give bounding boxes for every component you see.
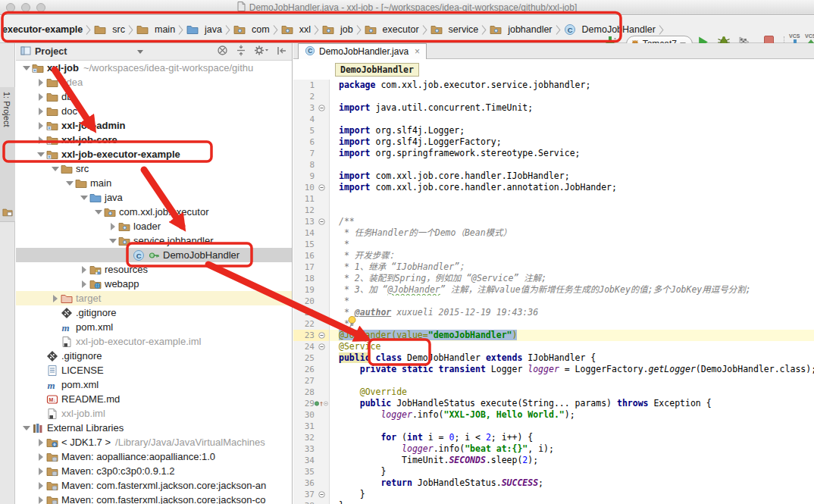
gutter-line-26[interactable]: 26	[293, 364, 330, 375]
gutter-line-30[interactable]: 30	[293, 409, 330, 421]
gutter-line-28[interactable]: 28	[293, 387, 330, 398]
breadcrumb-item-jobhandler[interactable]: jobhandler	[489, 23, 553, 36]
gutter-line-4[interactable]: 4	[293, 114, 330, 125]
code-line-29[interactable]: 29 public JobHandleStatus execute(String…	[293, 398, 814, 409]
code-line-2[interactable]: 2	[293, 91, 814, 102]
code-line-22[interactable]: 22 */	[293, 318, 814, 330]
gutter-line-16[interactable]: 16	[293, 250, 330, 261]
code-line-18[interactable]: 18 * 2、装配到Spring，例如加 “@Service” 注解;	[293, 273, 814, 284]
editor-tab-demojobhandler[interactable]: C DemoJobHandler.java ×	[298, 43, 427, 59]
code-line-16[interactable]: 16 * 开发步骤：	[293, 250, 814, 261]
tree-item-service-jobhandler[interactable]: service.jobhandler	[16, 233, 292, 248]
gutter-line-9[interactable]: 9	[293, 171, 330, 182]
gutter-line-7[interactable]: 7	[293, 148, 330, 159]
tree-collapsed-icon[interactable]	[35, 93, 46, 101]
gutter-line-11[interactable]: 11	[293, 193, 330, 205]
tree-item-readme-md[interactable]: M↓README.md	[16, 392, 292, 406]
code-line-7[interactable]: 7import org.springframework.stereotype.S…	[293, 148, 814, 159]
gutter-line-34[interactable]: 34	[293, 455, 330, 466]
breadcrumb-item-demojobhandler[interactable]: CDemoJobHandler	[563, 23, 656, 36]
gutter-line-14[interactable]: 14	[293, 227, 330, 239]
tree-item-maven-c3p0-c3p0-0-9-1-2[interactable]: Maven: c3p0:c3p0:0.9.1.2	[16, 464, 292, 478]
gutter-line-13[interactable]: 13	[293, 216, 330, 227]
tree-collapsed-icon[interactable]	[35, 482, 46, 490]
breadcrumb-item-main[interactable]: main	[136, 23, 176, 36]
hide-panel-icon[interactable]	[277, 45, 287, 58]
fold-marker-icon[interactable]	[315, 216, 328, 227]
gutter-line-15[interactable]: 15	[293, 239, 330, 250]
code-line-8[interactable]: 8	[293, 159, 814, 171]
breadcrumb-item-xxl[interactable]: xxl	[280, 23, 312, 36]
gutter-line-5[interactable]: 5	[293, 125, 330, 136]
code-line-21[interactable]: 21 * @author xuxueli 2015-12-19 19:43:36	[293, 307, 814, 318]
breadcrumb-item-executor-example[interactable]: executor-example	[2, 24, 83, 35]
breadcrumb-item-src[interactable]: src	[93, 23, 126, 36]
gutter-line-24[interactable]: 24	[293, 341, 330, 352]
tree-item-xxl-job-core[interactable]: xxl-job-core	[16, 133, 292, 147]
gutter-line-38[interactable]: 38	[293, 500, 330, 504]
tree-collapsed-icon[interactable]	[78, 266, 89, 274]
gutter-line-6[interactable]: 6	[293, 136, 330, 148]
tree-item-xxl-job[interactable]: xxl-job~/workspaces/idea-git-workspace/g…	[16, 61, 292, 75]
tree-item-gitignore[interactable]: .gitignore	[16, 305, 292, 320]
breadcrumb-item-service[interactable]: service	[430, 23, 480, 36]
gutter-line-21[interactable]: 21	[293, 307, 330, 318]
tree-item-doc[interactable]: doc	[16, 104, 292, 118]
gutter-line-17[interactable]: 17	[293, 261, 330, 273]
tree-collapsed-icon[interactable]	[35, 453, 46, 461]
code-line-35[interactable]: 35 }	[293, 466, 814, 477]
code-line-30[interactable]: 30 logger.info("XXL-JOB, Hello World.");	[293, 409, 814, 421]
close-tab-icon[interactable]: ×	[415, 46, 420, 57]
code-line-13[interactable]: 13/**	[293, 216, 814, 227]
breadcrumb-item-job[interactable]: job	[321, 23, 354, 36]
gutter-line-2[interactable]: 2	[293, 91, 330, 102]
code-line-27[interactable]: 27	[293, 375, 814, 387]
tree-item-maven-aopalliance-aopalliance-1-0[interactable]: Maven: aopalliance:aopalliance:1.0	[16, 449, 292, 464]
tool-window-tab-project[interactable]: 1: Project	[0, 87, 15, 222]
tree-item-com-xxl-job-executor[interactable]: com.xxl.job.executor	[16, 205, 292, 219]
gutter-line-37[interactable]: 37	[293, 489, 330, 500]
gutter-line-29[interactable]: 29	[293, 398, 330, 409]
gutter-line-31[interactable]: 31	[293, 421, 330, 432]
tree-item-pom-xml[interactable]: mpom.xml	[16, 377, 292, 392]
project-panel-title[interactable]: Project	[35, 46, 67, 57]
gutter-line-25[interactable]: 25	[293, 352, 330, 364]
gutter-line-10[interactable]: 10	[293, 182, 330, 193]
tree-item-gitignore[interactable]: .gitignore	[16, 349, 292, 363]
code-line-19[interactable]: 19 * 3、加 “@JobHander” 注解，注解value值为新增任务生成…	[293, 284, 814, 296]
tree-item-maven-com-fasterxml-jackson-core-jackson-an[interactable]: Maven: com.fasterxml.jackson.core:jackso…	[16, 478, 292, 493]
code-line-20[interactable]: 20 *	[293, 296, 814, 307]
fold-marker-icon[interactable]	[315, 330, 328, 341]
collapse-all-icon[interactable]	[236, 45, 246, 58]
code-line-10[interactable]: 10import com.xxl.job.core.handler.annota…	[293, 182, 814, 193]
code-line-12[interactable]: 12	[293, 205, 814, 216]
tree-expanded-icon[interactable]	[92, 210, 104, 214]
tree-item-webapp[interactable]: webapp	[16, 277, 292, 291]
code-line-32[interactable]: 32 for (int i = 0; i < 2; i++) {	[293, 432, 814, 443]
code-area[interactable]: 1package com.xxl.job.executor.service.jo…	[293, 80, 814, 504]
tree-item-maven-com-fasterxml-jackson-core-jackson-co[interactable]: Maven: com.fasterxml.jackson.core:jackso…	[16, 493, 292, 504]
tree-collapsed-icon[interactable]	[49, 295, 61, 302]
tree-expanded-icon[interactable]	[64, 181, 75, 186]
code-line-9[interactable]: 9import com.xxl.job.core.handler.IJobHan…	[293, 171, 814, 182]
fold-marker-icon[interactable]	[315, 489, 328, 500]
intention-bulb-icon[interactable]	[346, 315, 358, 330]
gutter-line-19[interactable]: 19	[293, 284, 330, 296]
tree-item-main[interactable]: main	[16, 176, 292, 190]
code-line-36[interactable]: 36 return JobHandleStatus.SUCCESS;	[293, 477, 814, 489]
code-line-15[interactable]: 15 *	[293, 239, 814, 250]
code-line-25[interactable]: 25public class DemoJobHandler extends IJ…	[293, 352, 814, 364]
tree-item-xxl-job-admin[interactable]: xxl-job-admin	[16, 118, 292, 133]
gutter-line-12[interactable]: 12	[293, 205, 330, 216]
gutter-line-32[interactable]: 32	[293, 432, 330, 443]
tree-collapsed-icon[interactable]	[35, 468, 46, 475]
gutter-line-3[interactable]: 3	[293, 102, 330, 114]
tree-item-xxl-job-iml[interactable]: xxl-job.iml	[16, 406, 292, 421]
gutter-line-27[interactable]: 27	[293, 375, 330, 387]
code-line-17[interactable]: 17 * 1、继承 “IJobHandler”；	[293, 261, 814, 273]
tree-item-db[interactable]: db	[16, 89, 292, 104]
code-line-14[interactable]: 14 * 任务Handler的一个Demo（Bean模式）	[293, 227, 814, 239]
tree-collapsed-icon[interactable]	[35, 496, 46, 504]
gutter-line-35[interactable]: 35	[293, 466, 330, 477]
tree-collapsed-icon[interactable]	[35, 136, 46, 144]
